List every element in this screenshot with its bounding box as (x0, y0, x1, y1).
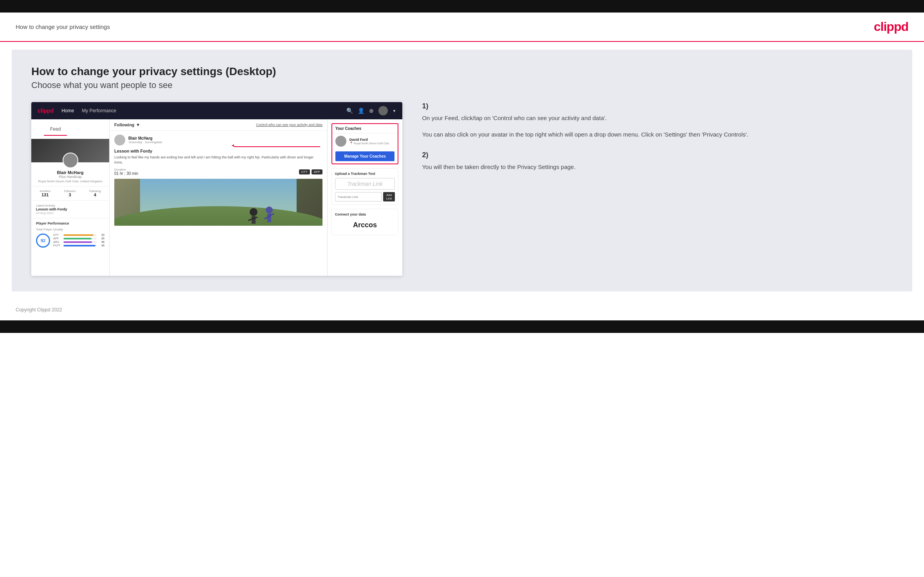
trackman-link-row: Add Link (335, 192, 395, 201)
following-chevron: ▼ (136, 122, 140, 127)
step1-extra: You can also click on your avatar in the… (422, 130, 889, 139)
trackman-placeholder: Trackman Link (347, 181, 383, 187)
activity-user-avatar (114, 135, 125, 146)
following-label: Following (114, 122, 134, 127)
coach-avatar (335, 136, 346, 147)
qbar-track (63, 245, 97, 246)
profile-stats: Activities 131 Followers 3 Following 4 (31, 187, 109, 201)
qbar-label: OTT (53, 234, 62, 236)
qbar-val: 85 (98, 237, 104, 240)
page-heading: How to change your privacy settings (Des… (31, 65, 893, 78)
activity-user-name: Blair McHarg (128, 136, 162, 140)
step1-number: 1) (422, 102, 889, 110)
qbar-label: PUTT (53, 244, 62, 247)
latest-activity: Latest Activity Lesson with Fordy 03 Aug… (31, 201, 109, 218)
coach-info: David Ford 📍 Royal North Devon Golf Club (349, 138, 389, 145)
la-label: Latest Activity (36, 204, 104, 207)
page-subheading: Choose what you want people to see (31, 80, 893, 90)
duration-row: Duration 01 hr : 30 min OTT APP (114, 168, 322, 176)
quality-bars: OTT 90 APP 85 ARG 86 PUTT (53, 234, 104, 248)
stat-following: Following 4 (89, 190, 101, 197)
app-navbar: clippd Home My Performance 🔍 👤 ⊕ ▼ (31, 102, 402, 119)
stat-followers-label: Followers (64, 190, 76, 192)
compass-icon[interactable]: ⊕ (369, 108, 374, 114)
pp-subtitle: Total Player Quality (36, 228, 104, 231)
svg-point-5 (266, 207, 273, 214)
profile-level: Plus Handicap (34, 175, 106, 179)
stat-following-value: 4 (89, 192, 101, 197)
activity-title: Lesson with Fordy (114, 149, 322, 153)
person-icon[interactable]: 👤 (358, 108, 364, 114)
connect-title: Connect your data (335, 212, 395, 216)
qbar-fill (63, 241, 92, 243)
arccos-logo: Arccos (335, 219, 395, 232)
stat-followers: Followers 3 (64, 190, 76, 197)
activity-meta: Yesterday · Sunningdale (128, 140, 162, 144)
stat-activities: Activities 131 (40, 190, 50, 197)
center-feed: Following ▼ Control who can see your act… (110, 119, 328, 276)
manage-coaches-button[interactable]: Manage Your Coaches (335, 151, 395, 161)
copyright-text: Copyright Clippd 2022 (16, 307, 62, 313)
footer: Copyright Clippd 2022 (0, 299, 924, 320)
la-value: Lesson with Fordy (36, 207, 104, 211)
right-panel: Your Coaches David Ford 📍 Royal North De… (328, 119, 403, 276)
la-date: 03 Aug 2022 (36, 211, 104, 215)
quality-row: 92 OTT 90 APP 85 ARG (36, 234, 104, 248)
step1-text: On your Feed, click/tap on 'Control who … (422, 113, 889, 123)
instruction-step2: 2) You will then be taken directly to th… (422, 151, 889, 172)
clippd-logo: clippd (874, 20, 908, 34)
qbar-track (63, 241, 97, 243)
header: How to change your privacy settings clip… (0, 13, 924, 42)
trackman-section: Upload a Trackman Test Trackman Link Add… (331, 168, 399, 205)
search-icon[interactable]: 🔍 (346, 108, 353, 114)
profile-name: Blair McHarg (34, 170, 106, 175)
user-avatar[interactable] (378, 106, 388, 115)
nav-home[interactable]: Home (61, 108, 74, 113)
trackman-input-area: Trackman Link (335, 178, 395, 190)
instructions: 1) On your Feed, click/tap on 'Control w… (418, 102, 893, 183)
quality-bar-row: PUTT 96 (53, 244, 104, 247)
svg-point-2 (250, 208, 258, 216)
feed-tab[interactable]: Feed (44, 123, 67, 136)
step2-number: 2) (422, 151, 889, 159)
coach-item: David Ford 📍 Royal North Devon Golf Club (332, 133, 398, 149)
nav-my-performance[interactable]: My Performance (82, 108, 116, 113)
qbar-label: ARG (53, 241, 62, 243)
control-privacy-link[interactable]: Control who can see your activity and da… (256, 123, 322, 127)
profile-banner (31, 139, 109, 162)
qbar-val: 86 (98, 241, 104, 243)
coaches-header: Your Coaches (332, 124, 398, 133)
trackman-link-input[interactable] (335, 192, 382, 201)
avatar-chevron: ▼ (393, 109, 396, 113)
location-icon: 📍 (349, 142, 353, 145)
qbar-fill (63, 245, 95, 246)
step2-text: You will then be taken directly to the P… (422, 162, 889, 172)
stat-following-label: Following (89, 190, 101, 192)
connect-section: Connect your data Arccos (331, 209, 399, 235)
profile-avatar (63, 153, 78, 168)
following-button[interactable]: Following ▼ (114, 122, 140, 127)
coach-club: 📍 Royal North Devon Golf Club (349, 142, 389, 145)
svg-rect-3 (252, 216, 256, 224)
content-grid: clippd Home My Performance 🔍 👤 ⊕ ▼ (31, 102, 893, 276)
stat-followers-value: 3 (64, 192, 76, 197)
screenshot-wrapper: clippd Home My Performance 🔍 👤 ⊕ ▼ (31, 102, 402, 276)
quality-bar-row: ARG 86 (53, 241, 104, 243)
coach-name: David Ford (349, 138, 389, 142)
tag-app: APP (312, 169, 322, 174)
feed-header: Following ▼ Control who can see your act… (110, 119, 327, 131)
player-performance: Player Performance Total Player Quality … (31, 218, 109, 251)
qbar-val: 96 (98, 244, 104, 247)
top-bar (0, 0, 924, 13)
activity-desc: Looking to feel like my hands are exitin… (114, 155, 322, 165)
app-nav-icons: 🔍 👤 ⊕ ▼ (346, 106, 396, 115)
bottom-bar (0, 320, 924, 333)
add-link-button[interactable]: Add Link (383, 192, 395, 201)
duration-label: Duration (114, 168, 138, 171)
stat-activities-value: 131 (40, 192, 50, 197)
tag-pills: OTT APP (299, 169, 322, 174)
duration-value: 01 hr : 30 min (114, 171, 138, 176)
profile-club: Royal North Devon Golf Club, United King… (34, 180, 106, 183)
annotation-arrow (234, 146, 320, 147)
qbar-label: APP (53, 237, 62, 240)
